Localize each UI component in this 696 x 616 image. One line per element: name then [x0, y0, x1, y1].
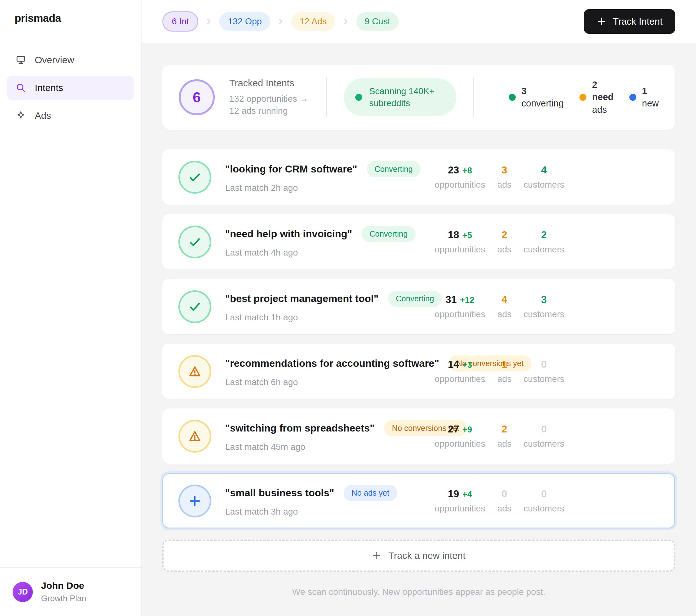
- monitor-icon: [15, 54, 27, 66]
- intent-row[interactable]: "looking for CRM software" Converting La…: [162, 150, 675, 205]
- opportunities-delta: +9: [462, 425, 472, 435]
- ads-stat: 1 ads: [497, 358, 511, 384]
- search-icon: [15, 82, 27, 93]
- customers-value: 0: [541, 358, 547, 370]
- intent-row[interactable]: "recommendations for accounting software…: [162, 344, 675, 399]
- ads-stat: 3 ads: [497, 164, 511, 190]
- customers-value: 0: [541, 423, 547, 435]
- opportunities-value: 31: [446, 294, 457, 306]
- customers-value: 3: [541, 294, 547, 306]
- intent-title: "small business tools": [225, 487, 334, 499]
- tracked-intents-count: 6: [179, 79, 215, 115]
- ads-value: 4: [502, 294, 507, 306]
- intent-row[interactable]: "switching from spreadsheets" No convers…: [162, 409, 675, 464]
- intent-row[interactable]: "need help with invoicing" Converting La…: [162, 214, 675, 270]
- summary-title: Tracked Intents: [229, 78, 309, 89]
- sidebar-item-overview[interactable]: Overview: [7, 48, 134, 72]
- ads-value: 2: [502, 229, 507, 241]
- status-dot-icon: [580, 94, 586, 101]
- status-dot-icon: [355, 94, 362, 101]
- last-match-label: Last match 45m ago: [225, 442, 434, 452]
- opportunities-delta: +8: [462, 166, 472, 176]
- sidebar-item-intents[interactable]: Intents: [7, 76, 134, 100]
- intent-title: "switching from spreadsheets": [225, 422, 375, 434]
- opportunities-label: opportunities: [434, 439, 485, 449]
- opportunities-stat: 14 +3 opportunities: [434, 358, 485, 384]
- opportunities-stat: 27 +9 opportunities: [434, 423, 485, 449]
- customers-value: 0: [541, 488, 547, 500]
- intent-title: "recommendations for accounting software…: [225, 358, 439, 369]
- intent-title: "best project management tool": [225, 293, 379, 305]
- ads-label: ads: [497, 504, 511, 514]
- breadcrumb: 6 Int132 Opp12 Ads9 Cust: [162, 11, 398, 32]
- breadcrumb-item[interactable]: 9 Cust: [356, 12, 399, 31]
- customers-label: customers: [524, 439, 564, 449]
- intent-row[interactable]: "small business tools" No ads yet Last m…: [162, 473, 675, 528]
- last-match-label: Last match 3h ago: [225, 507, 397, 517]
- opportunities-value: 19: [448, 488, 459, 500]
- last-match-label: Last match 2h ago: [225, 183, 421, 193]
- last-match-label: Last match 1h ago: [225, 312, 434, 323]
- opportunities-value: 18: [448, 229, 459, 241]
- intent-title: "need help with invoicing": [225, 228, 352, 240]
- avatar: JD: [13, 582, 33, 602]
- divider: [326, 77, 327, 117]
- divider: [473, 77, 474, 117]
- customers-stat: 0 customers: [524, 358, 564, 384]
- content: 6 Tracked Intents 132 opportunities → 12…: [141, 43, 696, 616]
- intent-status-icon: [178, 226, 211, 258]
- customers-stat: 4 customers: [524, 164, 564, 190]
- sidebar: prismada Overview Intents Ads JD John Do…: [0, 0, 141, 616]
- opportunities-delta: +4: [462, 490, 472, 499]
- status-badge: Converting: [388, 291, 442, 307]
- sidebar-item-ads[interactable]: Ads: [7, 104, 134, 128]
- status-badge: No ads yet: [344, 485, 397, 501]
- check-icon: [188, 299, 202, 314]
- sparkle-icon: [15, 110, 27, 121]
- summary-stat: 1new: [629, 79, 659, 115]
- intent-row[interactable]: "best project management tool" Convertin…: [162, 279, 675, 334]
- track-intent-label: Track Intent: [613, 16, 663, 27]
- customers-stat: 0 customers: [524, 488, 564, 514]
- breadcrumb-item[interactable]: 132 Opp: [219, 12, 270, 31]
- track-new-intent-label: Track a new intent: [389, 550, 465, 561]
- user-profile[interactable]: JD John Doe Growth Plan: [0, 567, 141, 616]
- check-icon: [188, 235, 202, 249]
- ads-value: 2: [502, 423, 507, 435]
- customers-label: customers: [524, 374, 564, 384]
- track-intent-button[interactable]: Track Intent: [584, 9, 675, 34]
- track-new-intent-button[interactable]: Track a new intent: [162, 540, 675, 572]
- customers-stat: 0 customers: [524, 423, 564, 449]
- intent-title: "looking for CRM software": [225, 163, 357, 175]
- app: prismada Overview Intents Ads JD John Do…: [0, 0, 696, 616]
- ads-stat: 2 ads: [497, 229, 511, 255]
- plus-icon: [188, 494, 202, 508]
- summary-stat: 3converting: [509, 79, 564, 115]
- opportunities-value: 27: [448, 423, 459, 435]
- plus-icon: [372, 551, 381, 560]
- intent-status-icon: [178, 420, 211, 453]
- status-dot-icon: [629, 94, 636, 101]
- summary-stats: 3converting2 needads1new: [509, 79, 659, 115]
- logo-area: prismada: [0, 0, 141, 35]
- last-match-label: Last match 4h ago: [225, 248, 415, 258]
- main-area: 6 Int132 Opp12 Ads9 Cust Track Intent 6 …: [141, 0, 696, 616]
- opportunities-delta: +3: [462, 360, 472, 370]
- warning-icon: [188, 364, 202, 379]
- intent-list: "looking for CRM software" Converting La…: [162, 150, 675, 528]
- customers-label: customers: [524, 245, 564, 255]
- opportunities-delta: +12: [460, 295, 474, 305]
- opportunities-label: opportunities: [434, 374, 485, 384]
- customers-label: customers: [524, 180, 564, 190]
- customers-value: 2: [541, 229, 547, 241]
- ads-label: ads: [497, 180, 511, 190]
- summary-stat: 2 needads: [580, 79, 614, 115]
- opportunities-stat: 31 +12 opportunities: [434, 294, 485, 319]
- opportunities-label: opportunities: [434, 309, 485, 319]
- breadcrumb-item[interactable]: 12 Ads: [291, 12, 335, 31]
- customers-label: customers: [524, 309, 564, 319]
- breadcrumb-item[interactable]: 6 Int: [162, 11, 198, 32]
- plus-icon: [597, 16, 607, 27]
- ads-label: ads: [497, 374, 511, 384]
- status-badge: Converting: [367, 161, 421, 177]
